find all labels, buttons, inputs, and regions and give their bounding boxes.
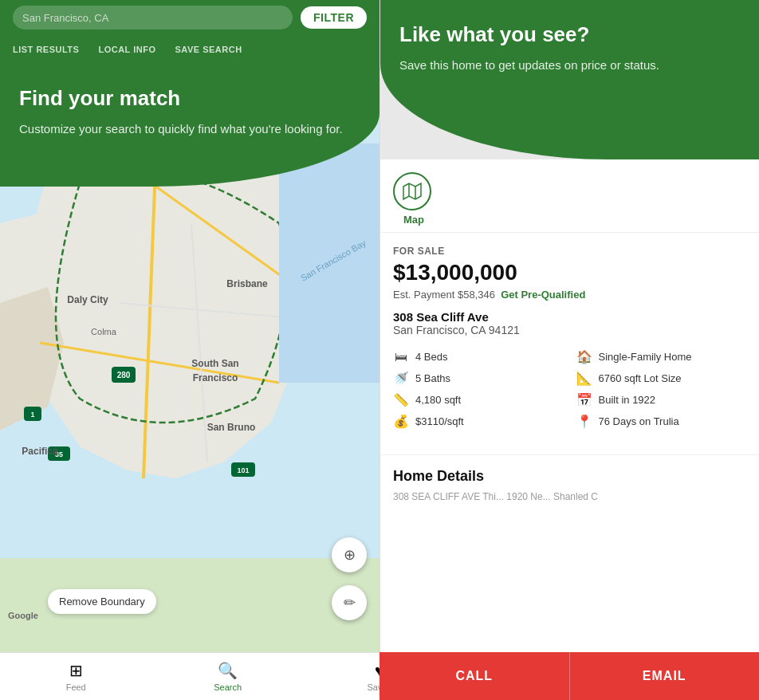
call-button[interactable]: CALL bbox=[380, 652, 569, 700]
days-on-icon: 📍 bbox=[576, 414, 592, 429]
filter-button[interactable]: FILTER bbox=[301, 6, 367, 29]
payment-row: Est. Payment $58,346 Get Pre-Qualified bbox=[393, 289, 746, 301]
draw-icon: ✏ bbox=[344, 594, 356, 612]
home-details-section: Home Details 308 SEA CLIFF AVE Thi... 19… bbox=[380, 454, 759, 515]
map-tab-icon bbox=[393, 172, 431, 210]
search-text: San Francisco, CA bbox=[22, 12, 108, 24]
nav-feed[interactable]: ⊞ Feed bbox=[0, 653, 151, 700]
detail-lot-size: 📐 6760 sqft Lot Size bbox=[576, 371, 747, 386]
draw-boundary-button[interactable]: ✏ bbox=[332, 585, 367, 620]
map-tab-label: Map bbox=[403, 214, 424, 226]
remove-boundary-button[interactable]: Remove Boundary bbox=[48, 589, 156, 614]
svg-text:Daly City: Daly City bbox=[67, 294, 108, 305]
map-tab[interactable]: Map bbox=[393, 172, 431, 226]
svg-text:Brisbane: Brisbane bbox=[226, 278, 268, 289]
built-text: Built in 1922 bbox=[599, 394, 656, 406]
svg-marker-27 bbox=[403, 183, 421, 199]
address-line2: San Francisco, CA 94121 bbox=[393, 324, 746, 336]
nav-search[interactable]: 🔍 Search bbox=[151, 653, 303, 700]
svg-text:Colma: Colma bbox=[91, 327, 117, 336]
price: $13,000,000 bbox=[393, 260, 746, 285]
baths-icon: 🚿 bbox=[393, 371, 409, 386]
baths-text: 5 Baths bbox=[415, 372, 450, 384]
svg-text:Francisco: Francisco bbox=[193, 372, 238, 383]
location-icon: ⊕ bbox=[344, 546, 356, 564]
detail-price-sqft: 💰 $3110/sqft bbox=[393, 414, 564, 429]
left-tabs: LIST RESULTS LOCAL INFO SAVE SEARCH bbox=[0, 35, 380, 64]
details-grid: 🛏 4 Beds 🏠 Single-Family Home 🚿 5 Baths … bbox=[393, 349, 746, 429]
beds-icon: 🛏 bbox=[393, 350, 409, 364]
heart-icon: ♥ bbox=[724, 18, 733, 37]
svg-text:101: 101 bbox=[237, 466, 249, 474]
left-top-bar: San Francisco, CA FILTER bbox=[0, 0, 380, 35]
svg-text:San Bruno: San Bruno bbox=[207, 422, 256, 433]
property-tabs: Map bbox=[380, 159, 759, 233]
days-on-text: 76 Days on Trulia bbox=[599, 415, 679, 427]
sqft-text: 4,180 sqft bbox=[415, 394, 461, 406]
address-line1: 308 Sea Cliff Ave bbox=[393, 310, 746, 324]
svg-text:South San: South San bbox=[191, 358, 238, 369]
right-action-bar: CALL EMAIL bbox=[380, 652, 759, 700]
lot-size-icon: 📐 bbox=[576, 371, 592, 386]
tabs-row: Map bbox=[393, 172, 746, 226]
detail-sqft: 📏 4,180 sqft bbox=[393, 392, 564, 407]
right-panel: ♥ Like what you see? Save this home to g… bbox=[380, 0, 759, 700]
home-details-title: Home Details bbox=[393, 468, 746, 485]
svg-text:Pacifica: Pacifica bbox=[22, 446, 58, 457]
home-details-address: 308 SEA CLIFF AVE Thi... 1920 Ne... Shan… bbox=[393, 491, 746, 502]
feed-label: Feed bbox=[66, 682, 86, 692]
left-panel: San Francisco, CA FILTER LIST RESULTS LO… bbox=[0, 0, 380, 700]
home-type-icon: 🏠 bbox=[576, 349, 592, 364]
search-icon: 🔍 bbox=[218, 661, 238, 680]
detail-baths: 🚿 5 Baths bbox=[393, 371, 564, 386]
tab-list-results[interactable]: LIST RESULTS bbox=[13, 45, 79, 54]
sqft-icon: 📏 bbox=[393, 392, 409, 407]
tab-save-search[interactable]: SAVE SEARCH bbox=[175, 45, 242, 54]
app-container: San Francisco, CA FILTER LIST RESULTS LO… bbox=[0, 0, 759, 700]
right-top-bar: ♥ bbox=[380, 0, 759, 64]
feed-icon: ⊞ bbox=[69, 661, 83, 680]
property-info: FOR SALE $13,000,000 Est. Payment $58,34… bbox=[380, 233, 759, 454]
est-payment: Est. Payment $58,346 bbox=[393, 289, 495, 301]
price-sqft-icon: 💰 bbox=[393, 414, 409, 429]
built-icon: 📅 bbox=[576, 392, 592, 407]
lot-size-text: 6760 sqft Lot Size bbox=[599, 372, 682, 384]
svg-text:280: 280 bbox=[117, 371, 131, 379]
price-sqft-text: $3110/sqft bbox=[415, 415, 464, 427]
beds-text: 4 Beds bbox=[415, 351, 447, 363]
search-input[interactable]: San Francisco, CA bbox=[13, 6, 293, 29]
right-content: Map FOR SALE $13,000,000 Est. Payment $5… bbox=[380, 159, 759, 652]
detail-days-on: 📍 76 Days on Trulia bbox=[576, 414, 747, 429]
email-button[interactable]: EMAIL bbox=[569, 652, 760, 700]
tab-local-info[interactable]: LOCAL INFO bbox=[98, 45, 155, 54]
detail-home-type: 🏠 Single-Family Home bbox=[576, 349, 747, 364]
home-type-text: Single-Family Home bbox=[599, 351, 692, 363]
location-button[interactable]: ⊕ bbox=[332, 537, 367, 572]
google-logo: Google bbox=[8, 611, 38, 620]
search-label: Search bbox=[214, 682, 242, 692]
detail-built: 📅 Built in 1922 bbox=[576, 392, 747, 407]
for-sale-label: FOR SALE bbox=[393, 246, 746, 257]
map-area[interactable]: 280 35 101 1 San Francisco Daly City Col… bbox=[0, 64, 380, 652]
svg-text:1: 1 bbox=[30, 411, 34, 419]
pre-qualified-link[interactable]: Get Pre-Qualified bbox=[501, 289, 585, 301]
map-svg: 280 35 101 1 San Francisco Daly City Col… bbox=[0, 64, 380, 558]
detail-beds: 🛏 4 Beds bbox=[393, 349, 564, 364]
favorite-button[interactable]: ♥ bbox=[711, 10, 746, 45]
